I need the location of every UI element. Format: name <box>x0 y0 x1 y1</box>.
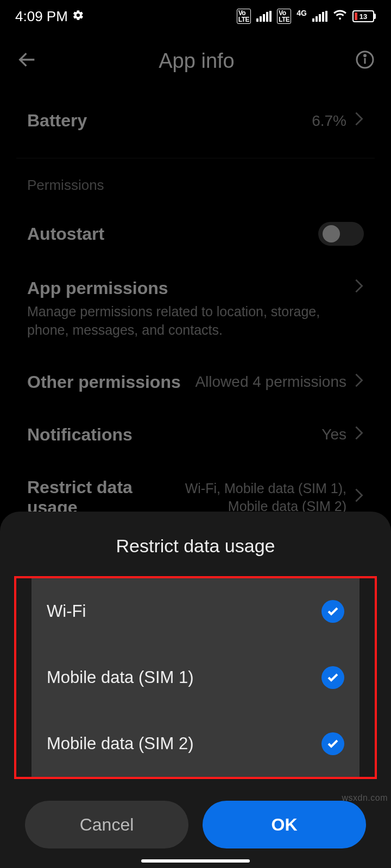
other-permissions-value: Allowed 4 permissions <box>195 373 346 391</box>
info-icon[interactable] <box>355 50 375 72</box>
battery-row[interactable]: Battery 6.7% <box>0 94 391 147</box>
chevron-right-icon <box>354 488 364 507</box>
back-button[interactable] <box>16 49 38 73</box>
restrict-value: Wi-Fi, Mobile data (SIM 1), Mobile data … <box>181 480 346 515</box>
chevron-right-icon <box>354 373 364 392</box>
page-title: App info <box>159 49 234 73</box>
ok-label: OK <box>272 815 298 835</box>
signal-bars-1 <box>256 11 272 22</box>
chevron-right-icon <box>354 278 364 296</box>
cancel-button[interactable]: Cancel <box>25 801 188 848</box>
notifications-value: Yes <box>321 426 346 443</box>
option-label: Mobile data (SIM 1) <box>47 668 194 687</box>
permissions-section-header: Permissions <box>0 169 391 206</box>
volte-badge-1: VoLTE <box>237 9 251 24</box>
annotation-highlight: Wi-Fi Mobile data (SIM 1) Mobile data (S… <box>14 576 377 779</box>
network-type: 4G <box>297 9 307 17</box>
chevron-right-icon <box>354 425 364 444</box>
autostart-row[interactable]: Autostart <box>0 206 391 262</box>
notifications-row[interactable]: Notifications Yes <box>0 409 391 461</box>
restrict-data-usage-sheet: Restrict data usage Wi-Fi Mobile data (S… <box>0 512 391 868</box>
svg-point-2 <box>364 55 365 56</box>
option-mobile-sim1[interactable]: Mobile data (SIM 1) <box>31 644 360 711</box>
volte-badge-2: VoLTE <box>277 9 291 24</box>
cancel-label: Cancel <box>80 815 134 835</box>
home-indicator[interactable] <box>141 859 250 863</box>
app-permissions-sub: Manage permissions related to location, … <box>27 303 343 340</box>
battery-label: Battery <box>27 111 87 131</box>
signal-bars-2 <box>312 11 327 22</box>
other-permissions-label: Other permissions <box>27 372 181 392</box>
divider <box>16 158 375 158</box>
status-time: 4:09 PM <box>15 8 68 25</box>
sheet-title: Restrict data usage <box>0 512 391 576</box>
check-icon <box>321 600 344 623</box>
battery-indicator: 13 <box>352 10 376 22</box>
autostart-toggle[interactable] <box>318 222 364 246</box>
option-label: Mobile data (SIM 2) <box>47 734 194 754</box>
check-icon <box>321 666 344 689</box>
ok-button[interactable]: OK <box>203 801 366 848</box>
autostart-label: Autostart <box>27 224 104 244</box>
option-wifi[interactable]: Wi-Fi <box>31 578 360 644</box>
app-info-page: App info Battery 6.7% Permissions Autost… <box>0 33 391 534</box>
status-bar: 4:09 PM VoLTE VoLTE 4G 13 <box>0 0 391 33</box>
app-permissions-label: App permissions <box>27 278 343 298</box>
wifi-icon <box>333 8 347 25</box>
other-permissions-row[interactable]: Other permissions Allowed 4 permissions <box>0 356 391 409</box>
option-mobile-sim2[interactable]: Mobile data (SIM 2) <box>31 711 360 777</box>
gear-icon <box>72 8 84 25</box>
option-label: Wi-Fi <box>47 602 86 621</box>
check-icon <box>321 732 344 755</box>
watermark: wsxdn.com <box>342 793 388 803</box>
chevron-right-icon <box>354 111 364 130</box>
battery-value: 6.7% <box>312 112 346 130</box>
notifications-label: Notifications <box>27 425 133 445</box>
app-permissions-row[interactable]: App permissions Manage permissions relat… <box>0 262 391 356</box>
